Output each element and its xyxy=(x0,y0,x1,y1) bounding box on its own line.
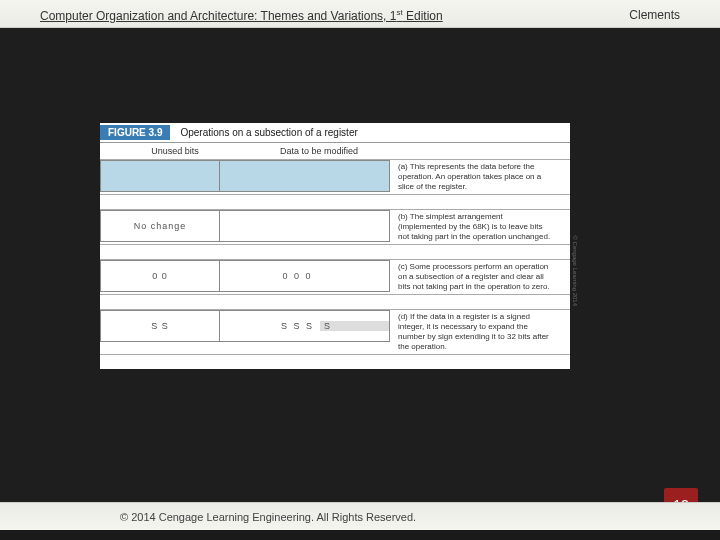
row-a-caption: (a) This represents the data before the … xyxy=(390,160,555,194)
figure-row-b: No change (b) The simplest arrangement (… xyxy=(100,209,570,245)
row-c-left: 0 0 xyxy=(100,260,220,292)
col-label-unused: Unused bits xyxy=(100,146,250,156)
author-name: Clements xyxy=(629,8,680,27)
figure-title: Operations on a subsection of a register xyxy=(180,127,357,138)
row-b-caption: (b) The simplest arrangement (implemente… xyxy=(390,210,555,244)
row-a-left xyxy=(100,160,220,192)
col-label-data: Data to be modified xyxy=(250,146,400,156)
title-suffix: Edition xyxy=(403,9,443,23)
figure-container: FIGURE 3.9 Operations on a subsection of… xyxy=(100,123,570,369)
row-c-right: 0 0 0 xyxy=(220,260,390,292)
row-a-right xyxy=(220,160,390,192)
row-d-seg2: S S S xyxy=(275,321,320,331)
figure-row-a: (a) This represents the data before the … xyxy=(100,159,570,195)
row-d-caption: (d) If the data in a register is a signe… xyxy=(390,310,555,354)
row-b-left: No change xyxy=(100,210,220,242)
column-labels: Unused bits Data to be modified xyxy=(100,143,570,159)
title-prefix: Computer Organization and Architecture: … xyxy=(40,9,396,23)
figure-row-d: S S S S S S (d) If the data in a registe… xyxy=(100,309,570,355)
slide-footer: © 2014 Cengage Learning Engineering. All… xyxy=(0,502,720,530)
book-title: Computer Organization and Architecture: … xyxy=(40,8,443,27)
row-d-left: S S xyxy=(100,310,220,342)
figure-credit: © Cengage Learning 2014 xyxy=(572,236,578,306)
row-c-caption: (c) Some processors perform an operation… xyxy=(390,260,555,294)
slide-body: FIGURE 3.9 Operations on a subsection of… xyxy=(0,28,720,502)
figure-row-c: 0 0 0 0 0 (c) Some processors perform an… xyxy=(100,259,570,295)
figure-header: FIGURE 3.9 Operations on a subsection of… xyxy=(100,123,570,143)
row-b-right xyxy=(220,210,390,242)
row-d-right: S S S S xyxy=(220,310,390,342)
row-d-seg3: S xyxy=(320,321,389,331)
slide-header: Computer Organization and Architecture: … xyxy=(0,0,720,28)
figure-tag: FIGURE 3.9 xyxy=(100,125,170,140)
row-c-seg2: 0 0 0 xyxy=(275,271,320,281)
